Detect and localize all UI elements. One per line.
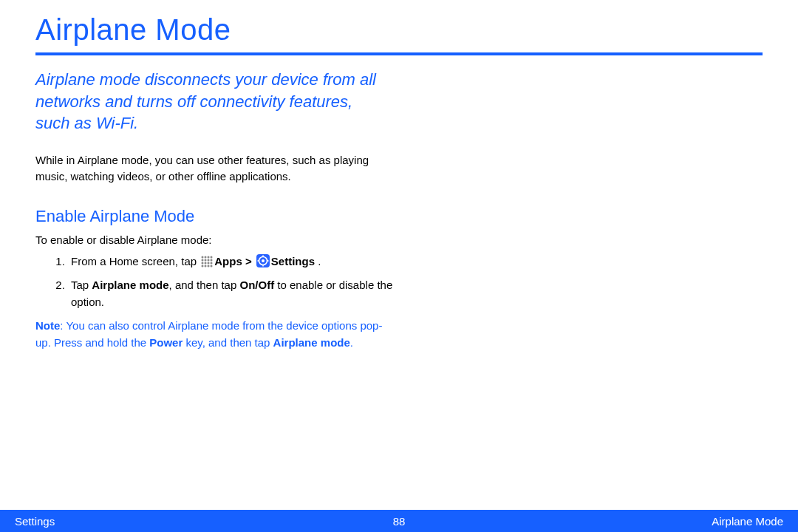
lead-description: Airplane mode disconnects your device fr…: [35, 69, 390, 134]
svg-point-13: [205, 265, 207, 267]
step-1-pre: From a Home screen, tap: [71, 255, 200, 267]
step-1: From a Home screen, tap Apps > Settings …: [68, 253, 398, 270]
title-rule: [35, 52, 763, 55]
step-1-sep: >: [242, 255, 255, 267]
svg-point-9: [205, 262, 207, 264]
svg-point-0: [202, 256, 204, 258]
svg-point-6: [208, 259, 210, 261]
svg-point-8: [202, 262, 204, 264]
step-1-apps: Apps: [214, 255, 242, 267]
step-2-mid: , and then tap: [169, 279, 240, 291]
svg-point-5: [205, 259, 207, 261]
body-paragraph: While in Airplane mode, you can use othe…: [35, 152, 390, 185]
note-b2: Airplane mode: [273, 336, 350, 349]
note-block: Note: You can also control Airplane mode…: [35, 318, 390, 351]
footer-right: Airplane Mode: [405, 515, 783, 528]
svg-point-14: [208, 265, 210, 267]
svg-point-4: [202, 259, 204, 261]
svg-point-17: [262, 259, 265, 262]
page-footer: Settings 88 Airplane Mode: [0, 510, 798, 532]
step-2-pre: Tap: [71, 279, 92, 291]
svg-point-10: [208, 262, 210, 264]
page-title: Airplane Mode: [35, 13, 763, 47]
step-2-b1: Airplane mode: [92, 279, 168, 291]
note-t2: key, and then tap: [183, 336, 273, 349]
svg-point-2: [208, 256, 210, 258]
svg-point-11: [211, 262, 213, 264]
steps-list: From a Home screen, tap Apps > Settings …: [35, 253, 398, 311]
settings-gear-icon: [256, 254, 270, 267]
step-1-settings: Settings: [271, 255, 315, 267]
note-b1: Power: [149, 336, 183, 349]
svg-point-12: [202, 265, 204, 267]
footer-left: Settings: [15, 515, 393, 528]
svg-point-1: [205, 256, 207, 258]
page: Airplane Mode Airplane mode disconnects …: [0, 0, 798, 532]
section-intro: To enable or disable Airplane mode:: [35, 233, 763, 246]
footer-page-number: 88: [393, 515, 406, 528]
note-t3: .: [350, 336, 353, 349]
section-heading: Enable Airplane Mode: [35, 207, 763, 226]
apps-grid-icon: [201, 256, 213, 267]
step-1-post: .: [315, 255, 321, 267]
step-2: Tap Airplane mode, and then tap On/Off t…: [68, 277, 398, 310]
svg-point-3: [211, 256, 213, 258]
svg-point-15: [211, 265, 213, 267]
step-2-b2: On/Off: [239, 279, 274, 291]
note-label: Note: [35, 319, 60, 332]
svg-point-7: [211, 259, 213, 261]
